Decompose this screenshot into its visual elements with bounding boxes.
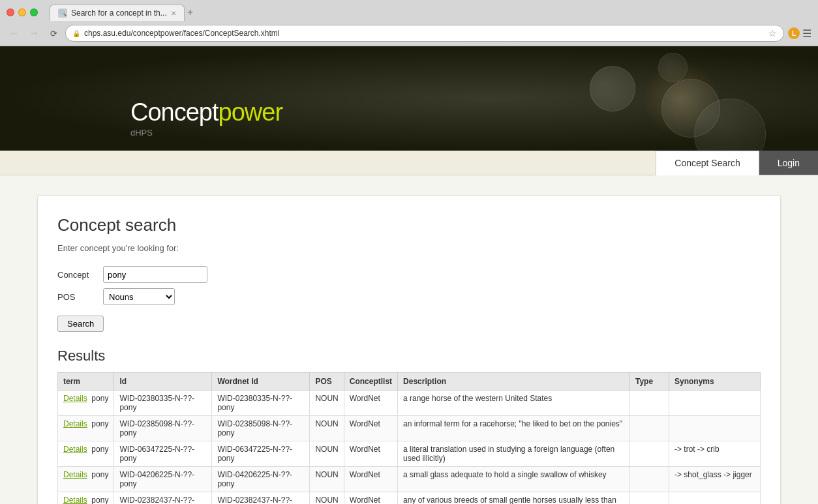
logo-power: power bbox=[219, 98, 283, 126]
table-row: Details pony WID-06347225-N-??-pony WID-… bbox=[58, 441, 761, 467]
details-link[interactable]: Details bbox=[63, 394, 87, 403]
cell-wordnet-id: WID-02380335-N-??-pony bbox=[212, 391, 310, 416]
cell-type bbox=[630, 416, 669, 441]
cell-details: Details pony bbox=[58, 467, 114, 492]
table-row: Details pony WID-02380335-N-??-pony WID-… bbox=[58, 391, 761, 416]
cell-id: WID-02385098-N-??-pony bbox=[114, 416, 212, 441]
cell-synonyms: -> trot -> crib bbox=[669, 441, 761, 467]
tab-concept-search[interactable]: Concept Search bbox=[656, 151, 759, 175]
url-bar[interactable]: 🔒 chps.asu.edu/conceptpower/faces/Concep… bbox=[65, 25, 784, 42]
cell-type bbox=[630, 492, 669, 505]
col-header-conceptlist: Conceptlist bbox=[344, 373, 397, 391]
page-title: Concept search bbox=[57, 215, 761, 235]
col-header-description: Description bbox=[398, 373, 630, 391]
forward-button[interactable]: → bbox=[26, 25, 42, 41]
cell-conceptlist: WordNet bbox=[344, 467, 397, 492]
cell-wordnet-id: WID-02385098-N-??-pony bbox=[212, 416, 310, 441]
cell-description: a literal translation used in studying a… bbox=[398, 441, 630, 467]
cell-term: pony bbox=[91, 496, 108, 504]
cell-pos: NOUN bbox=[310, 467, 344, 492]
cell-details: Details pony bbox=[58, 391, 114, 416]
cell-wordnet-id: WID-04206225-N-??-pony bbox=[212, 467, 310, 492]
search-subtitle: Enter concept you're looking for: bbox=[57, 243, 761, 253]
cell-description: a small glass adequate to hold a single … bbox=[398, 467, 630, 492]
table-row: Details pony WID-04206225-N-??-pony WID-… bbox=[58, 467, 761, 492]
profile-icon[interactable]: L bbox=[788, 27, 800, 39]
cell-wordnet-id: WID-06347225-N-??-pony bbox=[212, 441, 310, 467]
logo-concept: Concept bbox=[130, 98, 219, 126]
results-table: term Id Wordnet Id POS Conceptlist Descr… bbox=[57, 372, 761, 504]
concept-row: Concept bbox=[57, 266, 761, 283]
col-header-pos: POS bbox=[310, 373, 344, 391]
cell-synonyms: -> shot_glass -> jigger bbox=[669, 467, 761, 492]
cell-pos: NOUN bbox=[310, 492, 344, 505]
browser-chrome: 🔍 Search for a concept in th... ✕ + ← → … bbox=[0, 0, 818, 46]
cell-description: a range horse of the western United Stat… bbox=[398, 391, 630, 416]
details-link[interactable]: Details bbox=[63, 496, 87, 504]
header-content: Conceptpower dHPS bbox=[0, 98, 282, 151]
cell-description: an informal term for a racehorse; "he li… bbox=[398, 416, 630, 441]
bookmark-icon[interactable]: ☆ bbox=[768, 28, 777, 38]
details-link[interactable]: Details bbox=[63, 470, 87, 479]
nav-bar: ← → ⟳ 🔒 chps.asu.edu/conceptpower/faces/… bbox=[0, 21, 818, 46]
table-row: Details pony WID-02385098-N-??-pony WID-… bbox=[58, 416, 761, 441]
cell-conceptlist: WordNet bbox=[344, 492, 397, 505]
results-tbody: Details pony WID-02380335-N-??-pony WID-… bbox=[58, 391, 761, 505]
table-header: term Id Wordnet Id POS Conceptlist Descr… bbox=[58, 373, 761, 391]
details-link[interactable]: Details bbox=[63, 419, 87, 428]
window-controls bbox=[7, 8, 38, 16]
cell-conceptlist: WordNet bbox=[344, 441, 397, 467]
hamburger-menu-icon[interactable]: ☰ bbox=[802, 27, 811, 40]
back-button[interactable]: ← bbox=[7, 25, 22, 41]
cell-id: WID-06347225-N-??-pony bbox=[114, 441, 212, 467]
cell-term: pony bbox=[91, 470, 108, 479]
cell-type bbox=[630, 441, 669, 467]
cell-details: Details pony bbox=[58, 416, 114, 441]
tab-bar: 🔍 Search for a concept in th... ✕ + bbox=[50, 4, 196, 21]
browser-tab[interactable]: 🔍 Search for a concept in th... ✕ bbox=[50, 5, 185, 21]
cell-pos: NOUN bbox=[310, 391, 344, 416]
new-tab-button[interactable]: + bbox=[185, 4, 196, 21]
cell-description: any of various breeds of small gentle ho… bbox=[398, 492, 630, 505]
maximize-button[interactable] bbox=[30, 8, 38, 16]
pos-row: POS Nouns Verbs Adjectives Adverbs bbox=[57, 288, 761, 305]
cell-wordnet-id: WID-02382437-N-??-pony bbox=[212, 492, 310, 505]
concept-label: Concept bbox=[57, 270, 97, 280]
site-logo: Conceptpower bbox=[130, 98, 282, 126]
close-button[interactable] bbox=[7, 8, 14, 16]
pos-label: POS bbox=[57, 292, 97, 302]
cell-synonyms bbox=[669, 492, 761, 505]
cell-synonyms bbox=[669, 391, 761, 416]
minimize-button[interactable] bbox=[18, 8, 26, 16]
cell-term: pony bbox=[91, 394, 108, 403]
tab-title: Search for a concept in th... bbox=[71, 8, 167, 18]
cell-details: Details pony bbox=[58, 441, 114, 467]
cell-conceptlist: WordNet bbox=[344, 391, 397, 416]
cell-id: WID-02380335-N-??-pony bbox=[114, 391, 212, 416]
title-bar: 🔍 Search for a concept in th... ✕ + bbox=[0, 0, 818, 21]
pos-select[interactable]: Nouns Verbs Adjectives Adverbs bbox=[103, 288, 175, 305]
site-nav: Concept Search Login bbox=[0, 151, 818, 175]
lock-icon: 🔒 bbox=[72, 30, 80, 37]
logo-sub: dHPS bbox=[130, 128, 282, 138]
url-text: chps.asu.edu/conceptpower/faces/ConceptS… bbox=[84, 29, 765, 38]
tab-login[interactable]: Login bbox=[759, 151, 818, 175]
content-card: Concept search Enter concept you're look… bbox=[37, 195, 781, 504]
cell-details: Details pony bbox=[58, 492, 114, 505]
cell-id: WID-02382437-N-??-pony bbox=[114, 492, 212, 505]
cell-conceptlist: WordNet bbox=[344, 416, 397, 441]
results-title: Results bbox=[57, 348, 761, 364]
tab-close-icon[interactable]: ✕ bbox=[171, 10, 176, 17]
bubble-2 bbox=[658, 53, 688, 82]
details-link[interactable]: Details bbox=[63, 445, 87, 454]
search-button[interactable]: Search bbox=[57, 316, 104, 332]
concept-input[interactable] bbox=[103, 266, 207, 283]
col-header-type: Type bbox=[630, 373, 669, 391]
bubble-1 bbox=[590, 66, 635, 111]
cell-term: pony bbox=[91, 419, 108, 428]
cell-type bbox=[630, 467, 669, 492]
cell-pos: NOUN bbox=[310, 416, 344, 441]
reload-button[interactable]: ⟳ bbox=[46, 25, 61, 41]
cell-synonyms bbox=[669, 416, 761, 441]
cell-type bbox=[630, 391, 669, 416]
